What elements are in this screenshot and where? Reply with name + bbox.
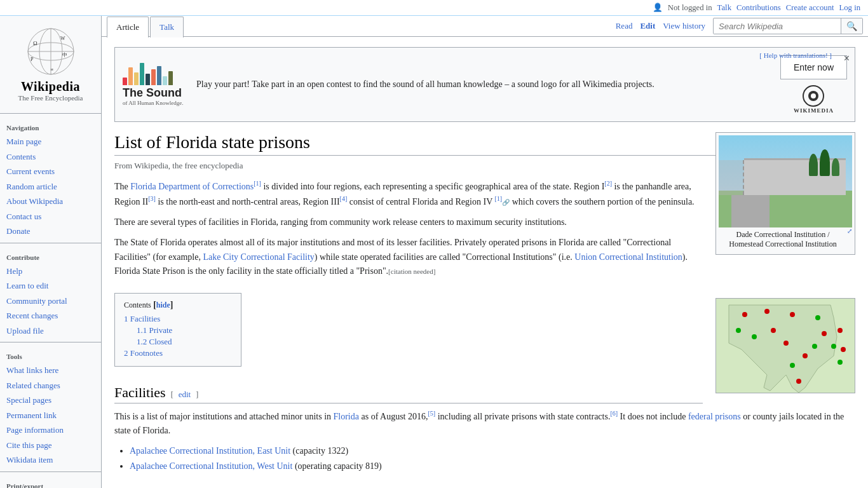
learn-to-edit-link[interactable]: Learn to edit <box>6 281 48 290</box>
sidebar-item-whatlinkshere[interactable]: What links here <box>0 363 101 378</box>
random-article-link[interactable]: Random article <box>6 182 57 191</box>
search-button[interactable]: 🔍 <box>841 18 862 34</box>
toc-footnotes-link[interactable]: 2 Footnotes <box>124 348 163 358</box>
user-icon: 👤 <box>653 3 663 13</box>
ref1[interactable]: [1] <box>254 180 261 187</box>
toc-list: 1 Facilities 1.1 Private 1.2 Closed 2 Fo… <box>124 314 232 358</box>
banner-help-link[interactable]: [ Help with translations! ] <box>759 51 832 59</box>
apalachee-west-capacity: (operating capacity 819) <box>295 461 382 471</box>
ref6[interactable]: [5] <box>428 410 435 417</box>
tabs-bar: Article Talk Read Edit View history 🔍 <box>102 16 868 37</box>
tab-view-history[interactable]: View history <box>663 21 705 31</box>
search-input[interactable] <box>714 19 841 34</box>
banner: [ Help with translations! ] × <box>114 47 855 122</box>
contact-link[interactable]: Contact us <box>6 212 41 221</box>
sidebar-item-about[interactable]: About Wikipedia <box>0 194 101 209</box>
current-events-link[interactable]: Current events <box>6 166 55 176</box>
sidebar-item-help[interactable]: Help <box>0 264 101 279</box>
sidebar-item-wikidataitem[interactable]: Wikidata item <box>0 452 101 468</box>
tab-edit[interactable]: Edit <box>640 21 655 31</box>
hide-toc-link[interactable]: hide <box>156 301 170 309</box>
cite-page-link[interactable]: Cite this page <box>6 440 52 450</box>
facilities-edit-link[interactable]: edit <box>179 390 191 400</box>
ref3[interactable]: [3] <box>148 195 156 202</box>
main-page-link[interactable]: Main page <box>6 137 41 146</box>
sidebar-item-relatedchanges[interactable]: Related changes <box>0 378 101 393</box>
sidebar-item-contact[interactable]: Contact us <box>0 209 101 224</box>
ext-link[interactable]: 🔗 <box>502 199 510 206</box>
create-account-link[interactable]: Create account <box>786 3 834 13</box>
edit-brackets-open: [ <box>171 390 173 400</box>
ref4[interactable]: [4] <box>340 195 348 202</box>
talk-link[interactable]: Talk <box>717 3 731 13</box>
tab-read[interactable]: Read <box>616 21 633 31</box>
svg-text:Р: Р <box>31 57 34 62</box>
donate-link[interactable]: Donate <box>6 226 31 236</box>
toc-closed-link[interactable]: 1.2 Closed <box>137 337 172 346</box>
help-link[interactable]: Help <box>6 266 22 276</box>
sidebar-item-pageinfo[interactable]: Page information <box>0 423 101 438</box>
sidebar-item-learntoedit[interactable]: Learn to edit <box>0 278 101 294</box>
content-area: Article Talk Read Edit View history 🔍 [ … <box>102 16 868 488</box>
tab-talk[interactable]: Talk <box>150 17 184 37</box>
special-pages-link[interactable]: Special pages <box>6 395 51 405</box>
sidebar-item-specialpages[interactable]: Special pages <box>0 393 101 408</box>
sidebar-item-communityportal[interactable]: Community portal <box>0 294 101 309</box>
sidebar-item-currentevents[interactable]: Current events <box>0 164 101 179</box>
ref5[interactable]: [1] <box>495 195 503 202</box>
sidebar-item-mainpage[interactable]: Main page <box>0 134 101 149</box>
sidebar-item-recentchanges[interactable]: Recent changes <box>0 308 101 323</box>
wikidata-item-link[interactable]: Wikidata item <box>6 455 53 464</box>
sidebar: Ω W 中 Р и Wikipedia The Free Encyclopedi… <box>0 16 102 488</box>
ref2[interactable]: [2] <box>604 180 612 187</box>
recent-changes-link[interactable]: Recent changes <box>6 311 58 320</box>
expand-icon[interactable]: ⤢ <box>847 227 852 234</box>
permanent-link-link[interactable]: Permanent link <box>6 410 57 420</box>
toc-facilities-link[interactable]: 1 Facilities <box>124 314 160 323</box>
sidebar-item-uploadfile[interactable]: Upload file <box>0 323 101 339</box>
union-correctional-link[interactable]: Union Correctional Institution <box>574 252 682 262</box>
toc-item-2: 2 Footnotes <box>124 348 232 358</box>
contents-link[interactable]: Contents <box>6 152 36 161</box>
about-link[interactable]: About Wikipedia <box>6 196 63 206</box>
page-content: [ Help with translations! ] × <box>102 37 868 488</box>
svg-point-27 <box>736 328 741 333</box>
federal-prisons-link[interactable]: federal prisons <box>688 411 741 421</box>
contributions-link[interactable]: Contributions <box>736 3 781 13</box>
banner-text: Play your part! Take part in an open con… <box>196 79 770 90</box>
lake-city-link[interactable]: Lake City Correctional Facility <box>203 252 314 262</box>
florida-link[interactable]: Florida <box>334 411 359 421</box>
toc-private-link[interactable]: 1.1 Private <box>137 325 172 335</box>
sidebar-item-random[interactable]: Random article <box>0 179 101 194</box>
list-item: Apalachee Correctional Institution, West… <box>130 459 855 473</box>
facilities-paragraph-1: This is a list of major institutions and… <box>114 409 855 438</box>
florida-map <box>715 298 855 393</box>
community-portal-link[interactable]: Community portal <box>6 296 67 306</box>
upload-file-link[interactable]: Upload file <box>6 326 44 336</box>
tab-article[interactable]: Article <box>107 17 149 37</box>
banner-description: Play your part! Take part in an open con… <box>196 79 654 89</box>
svg-point-14 <box>742 312 747 317</box>
svg-point-28 <box>796 379 801 384</box>
site-title: Wikipedia <box>21 79 80 94</box>
sidebar-item-permanentlink[interactable]: Permanent link <box>0 408 101 423</box>
what-links-here-link[interactable]: What links here <box>6 365 58 375</box>
sidebar-item-citethispage[interactable]: Cite this page <box>0 438 101 453</box>
apalachee-west-link[interactable]: Apalachee Correctional Institution, West… <box>130 461 292 471</box>
facilities-body: This is a list of major institutions and… <box>114 409 855 474</box>
log-in-link[interactable]: Log in <box>839 3 860 13</box>
toc-item-1-1: 1.1 Private <box>124 325 232 336</box>
related-changes-link[interactable]: Related changes <box>6 381 60 390</box>
sidebar-item-contents[interactable]: Contents <box>0 149 101 165</box>
banner-close-button[interactable]: × <box>844 53 850 64</box>
svg-point-26 <box>837 328 843 333</box>
svg-point-29 <box>837 360 843 365</box>
apalachee-east-link[interactable]: Apalachee Correctional Institution, East… <box>130 446 290 456</box>
svg-point-21 <box>790 363 795 368</box>
ref7[interactable]: [6] <box>610 410 618 417</box>
sidebar-item-donate[interactable]: Donate <box>0 224 101 239</box>
florida-doc-link[interactable]: Florida Department of Corrections <box>130 182 254 191</box>
svg-point-15 <box>764 309 770 314</box>
toc-item-1: 1 Facilities <box>124 314 232 324</box>
page-info-link[interactable]: Page information <box>6 425 64 435</box>
